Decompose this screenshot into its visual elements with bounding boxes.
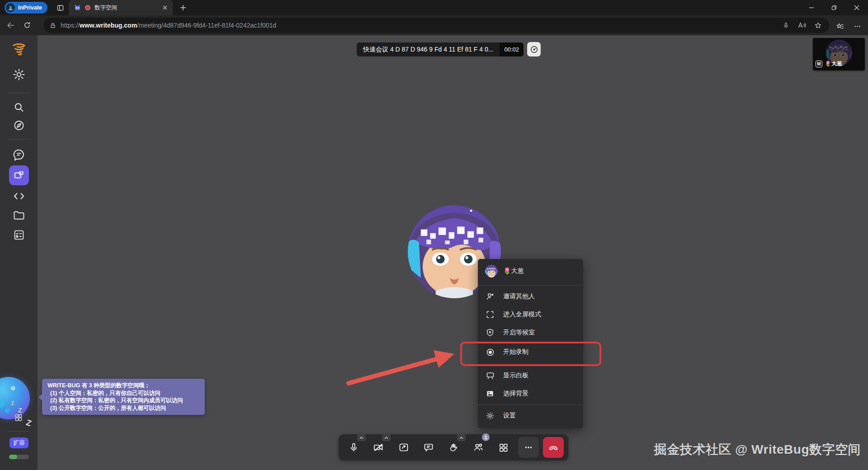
fullscreen-icon [485,310,495,319]
sidebar-divider [8,431,29,432]
lock-icon [50,22,56,29]
image-icon [485,389,495,398]
read-aloud-icon[interactable] [797,22,806,29]
meeting-stage: 快速会议 4 D 87 D 946 9 Fd 4 11 Ef 81 F 4 0.… [38,35,868,470]
microphone-button[interactable] [343,437,364,458]
menu-user-avatar [485,265,498,277]
hand-options-chevron-icon[interactable] [457,434,466,441]
menu-user-name: 🌷大葱 [503,267,524,275]
new-tab-icon[interactable] [178,3,188,12]
menu-item-label: 邀请其他人 [503,292,535,301]
annotation-arrow [336,343,472,397]
sidebar-divider [8,93,29,93]
window-restore-icon[interactable] [823,0,845,15]
voice-search-icon[interactable] [783,22,789,29]
profile-avatar-icon [6,3,15,12]
tooltip-line: (3) 公开数字空间：公开的，所有人都可以访问 [47,404,200,412]
writebug-favicon [74,5,81,11]
tab-recording-icon [85,5,91,11]
menu-item-settings[interactable]: 设置 [478,407,583,425]
self-view-tile[interactable]: M 🌷大葱 [813,38,865,70]
space-types-tooltip: WRITE-BUG 有 3 种类型的数字空间哦： (1) 个人空间：私密的，只有… [42,379,205,415]
inprivate-badge[interactable]: InPrivate [5,2,47,14]
chat-button[interactable] [418,437,439,458]
menu-divider [478,285,583,286]
participants-count-badge: 1 [482,433,490,441]
menu-item-background[interactable]: 选择背景 [478,385,583,403]
gear-icon [485,411,495,420]
shield-x-icon [485,328,495,337]
favorites-hub-icon[interactable] [833,19,847,33]
menu-item-label: 显示白板 [503,371,528,380]
watermark: 掘金技术社区 @ WriteBug数字空间 [654,441,861,458]
tab-title: 数字空间 [94,4,157,12]
url-text: https://www.writebug.com/meeting/4d87d94… [61,22,783,29]
call-controls-bar: 1 [339,434,568,461]
window-minimize-icon[interactable] [800,0,823,15]
share-screen-button[interactable] [393,437,414,458]
menu-divider [478,404,583,405]
favorite-star-icon[interactable] [814,22,822,29]
settings-gear-icon[interactable] [12,68,26,81]
tasks-icon[interactable] [13,229,25,241]
search-icon[interactable] [13,101,25,113]
window-controls [800,0,868,15]
code-icon[interactable] [13,190,25,202]
more-actions-button[interactable] [518,437,539,458]
grid-view-button[interactable] [493,437,514,458]
menu-item-invite[interactable]: 邀请其他人 [478,287,583,306]
refresh-icon[interactable] [20,18,34,33]
window-close-icon[interactable] [845,0,868,15]
browser-tabstrip: InPrivate 数字空间 [0,0,868,15]
menu-item-label: 选择背景 [503,390,528,398]
folder-icon[interactable] [13,209,25,221]
discover-compass-icon[interactable] [13,119,25,132]
recording-highlight-box [460,342,601,366]
menu-user-row: 🌷大葱 [478,259,583,283]
tab-close-icon[interactable] [161,4,169,12]
storage-progress-fill [9,455,17,459]
menu-item-label: 设置 [503,412,516,420]
tooltip-line: (1) 个人空间：私密的，只有你自己可以访问 [47,390,200,397]
tab-actions-icon[interactable] [55,3,65,12]
menu-item-whiteboard[interactable]: 显示白板 [478,367,583,385]
tooltip-line: WRITE-BUG 有 3 种类型的数字空间哦： [47,382,200,390]
menu-item-waiting-room[interactable]: 开启等候室 [478,324,583,342]
meeting-timer: 00:02 [500,42,524,56]
menu-item-fullscreen[interactable]: 进入全屏模式 [478,306,583,324]
microphone-options-chevron-icon[interactable] [357,434,366,441]
sleep-z: Z [25,418,33,428]
url-bar[interactable]: https://www.writebug.com/meeting/4d87d94… [43,18,829,33]
menu-item-label: 开启等候室 [503,329,535,337]
app-sidebar: Z Z Z 扩容 [0,35,38,470]
browser-menu-icon[interactable] [850,19,864,33]
tooltip-pointer [38,394,42,400]
muted-badge: M [816,61,822,67]
writebug-logo-icon[interactable] [10,41,28,58]
menu-item-label: 进入全屏模式 [503,310,541,319]
whiteboard-icon [485,371,495,381]
person-add-icon [485,292,495,301]
hang-up-button[interactable] [543,437,564,458]
browser-navbar: https://www.writebug.com/meeting/4d87d94… [0,15,868,35]
camera-options-chevron-icon[interactable] [382,434,391,441]
apps-grid-icon[interactable] [14,413,23,422]
meeting-title: 快速会议 4 D 87 D 946 9 Fd 4 11 Ef 81 F 4 0.… [357,42,500,56]
camera-off-button[interactable] [368,437,389,458]
tooltip-line: (2) 私有数字空间：私密的，只有空间内成员可以访问 [47,397,200,404]
browser-tab[interactable]: 数字空间 [69,0,173,15]
sidebar-item-meeting-active[interactable] [9,165,29,185]
raise-hand-button[interactable] [443,437,464,458]
meeting-title-pill: 快速会议 4 D 87 D 946 9 Fd 4 11 Ef 81 F 4 0.… [357,42,524,56]
storage-progress [9,455,29,459]
network-quality-icon[interactable] [527,42,541,56]
expand-storage-button[interactable]: 扩容 [9,437,28,448]
self-view-name: 🌷大葱 [825,60,842,68]
inprivate-label: InPrivate [18,5,42,11]
back-icon[interactable] [4,18,18,33]
chat-icon[interactable] [13,148,25,161]
participants-button[interactable]: 1 [468,437,489,458]
sidebar-divider [8,139,29,140]
